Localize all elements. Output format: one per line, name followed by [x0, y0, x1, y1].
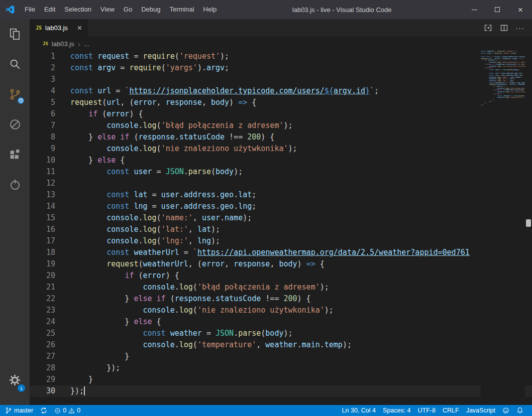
line-number: 10	[30, 155, 55, 166]
menu-help[interactable]: Help	[199, 0, 222, 19]
breadcrumb-symbol[interactable]: ...	[84, 40, 89, 48]
split-editor-icon[interactable]	[496, 19, 512, 37]
line-number: 4	[30, 85, 55, 97]
code-line-25[interactable]: 25 const weather = JSON.parse(body);	[30, 328, 532, 339]
notifications-bell-icon[interactable]	[513, 405, 527, 416]
code-line-10[interactable]: 10 } else {	[30, 155, 532, 166]
code-line-7[interactable]: 7 console.log('błąd połączenia z adresem…	[30, 120, 532, 131]
title-bar: FileEditSelectionViewGoDebugTerminalHelp…	[0, 0, 532, 19]
eol-indicator[interactable]: CRLF	[439, 405, 463, 416]
menu-view[interactable]: View	[96, 0, 119, 19]
line-number: 14	[30, 201, 55, 212]
source-control-icon[interactable]	[0, 79, 30, 109]
extensions-icon[interactable]	[0, 140, 30, 170]
tab-close-icon[interactable]: ×	[77, 24, 82, 32]
menu-file[interactable]: File	[20, 0, 40, 19]
menu-selection[interactable]: Selection	[60, 0, 95, 19]
code-line-22[interactable]: 22 } else if (response.statusCode !== 20…	[30, 293, 532, 305]
debug-disabled-icon[interactable]	[0, 109, 30, 140]
minimize-button[interactable]	[463, 0, 486, 19]
feedback-smiley-icon[interactable]	[499, 405, 513, 416]
code-line-9[interactable]: 9 console.log('nie znaleziono użytwkonik…	[30, 143, 532, 155]
line-number: 2	[30, 62, 55, 74]
indentation-indicator[interactable]: Spaces: 4	[379, 405, 414, 416]
extension-power-icon[interactable]	[0, 170, 30, 200]
breadcrumb-file[interactable]: lab03.js	[52, 40, 74, 48]
encoding-indicator[interactable]: UTF-8	[414, 405, 439, 416]
more-actions-icon[interactable]: ···	[512, 19, 528, 37]
minimap[interactable]: const request = require('request');const…	[481, 51, 525, 405]
code-line-4[interactable]: 4const url = `https://jsonplaceholder.ty…	[30, 85, 532, 97]
menu-go[interactable]: Go	[119, 0, 137, 19]
open-changes-icon[interactable]	[480, 19, 496, 37]
minimize-icon	[472, 10, 477, 10]
code-line-16[interactable]: 16 console.log('lat:', lat);	[30, 224, 532, 235]
code-line-8[interactable]: 8 } else if (response.statusCode !== 200…	[30, 131, 532, 143]
window-controls: ×	[463, 0, 532, 19]
line-number: 25	[30, 328, 55, 339]
code-line-24[interactable]: 24 } else {	[30, 316, 532, 328]
problems-indicator[interactable]: 0 0	[51, 405, 84, 416]
code-line-18[interactable]: 18 const weatherUrl = `https://api.openw…	[30, 247, 532, 258]
js-file-icon-small: JS	[43, 41, 48, 46]
line-number: 21	[30, 282, 55, 293]
explorer-files-icon[interactable]	[0, 19, 30, 49]
menu-debug[interactable]: Debug	[137, 0, 165, 19]
line-number: 6	[30, 108, 55, 120]
git-branch-indicator[interactable]: master	[5, 405, 37, 416]
settings-gear-icon[interactable]: 1	[0, 367, 30, 393]
code-line-30[interactable]: 30});	[30, 385, 532, 397]
status-bar: master 0 0 Ln 30, Col 4 Spaces: 4 UTF-8 …	[0, 405, 532, 416]
editor-actions: ···	[480, 19, 532, 37]
code-line-27[interactable]: 27 }	[30, 351, 532, 362]
code-line-29[interactable]: 29 }	[30, 374, 532, 385]
line-number: 29	[30, 374, 55, 385]
menu-terminal[interactable]: Terminal	[165, 0, 198, 19]
close-button[interactable]: ×	[509, 0, 532, 19]
line-number: 28	[30, 362, 55, 374]
line-number: 23	[30, 305, 55, 316]
code-line-15[interactable]: 15 console.log('name:', user.name);	[30, 212, 532, 224]
code-line-3[interactable]: 3	[30, 74, 532, 85]
window-title: lab03.js - live - Visual Studio Code	[221, 6, 463, 14]
error-count: 0	[63, 407, 66, 414]
language-mode[interactable]: JavaScript	[463, 405, 499, 416]
line-number: 26	[30, 339, 55, 351]
code-line-14[interactable]: 14 const lng = user.address.geo.lng;	[30, 201, 532, 212]
search-icon[interactable]	[0, 49, 30, 79]
vertical-scrollbar[interactable]	[525, 51, 532, 405]
code-line-17[interactable]: 17 console.log('lng:', lng);	[30, 235, 532, 247]
code-line-5[interactable]: 5request(url, (error, response, body) =>…	[30, 97, 532, 108]
tab-lab03[interactable]: JS lab03.js ×	[30, 19, 88, 37]
line-number: 11	[30, 166, 55, 178]
branch-name: master	[14, 407, 33, 414]
menu-edit[interactable]: Edit	[40, 0, 60, 19]
code-line-28[interactable]: 28 });	[30, 362, 532, 374]
code-editor[interactable]: 1const request = require('request');2con…	[30, 51, 532, 405]
code-line-21[interactable]: 21 console.log('błąd połączenia z adrese…	[30, 282, 532, 293]
code-line-11[interactable]: 11 const user = JSON.parse(body);	[30, 166, 532, 178]
code-line-6[interactable]: 6 if (error) {	[30, 108, 532, 120]
chevron-right-icon: ›	[78, 40, 80, 48]
menu-bar: FileEditSelectionViewGoDebugTerminalHelp	[20, 0, 221, 19]
code-line-20[interactable]: 20 if (error) {	[30, 270, 532, 282]
scrollbar-thumb[interactable]	[526, 219, 531, 227]
code-line-1[interactable]: 1const request = require('request');	[30, 51, 532, 62]
code-line-19[interactable]: 19 request(weatherUrl, (error, response,…	[30, 258, 532, 270]
cursor-position[interactable]: Ln 30, Col 4	[342, 405, 379, 416]
error-icon	[54, 407, 61, 414]
code-line-12[interactable]: 12	[30, 178, 532, 189]
close-icon: ×	[518, 6, 523, 14]
line-number: 18	[30, 247, 55, 258]
code-line-23[interactable]: 23 console.log('nie znaleziono użytwkoni…	[30, 305, 532, 316]
line-number: 27	[30, 351, 55, 362]
sync-button[interactable]	[37, 405, 51, 416]
editor-lines[interactable]: 1const request = require('request');2con…	[30, 51, 532, 397]
maximize-button[interactable]	[486, 0, 509, 19]
main-area: 1 JS lab03.js ×	[0, 19, 532, 405]
code-line-2[interactable]: 2const argv = require('yargs').argv;	[30, 62, 532, 74]
editor-group: JS lab03.js × ···	[30, 19, 532, 405]
code-line-13[interactable]: 13 const lat = user.address.geo.lat;	[30, 189, 532, 201]
code-line-26[interactable]: 26 console.log('temperature', weather.ma…	[30, 339, 532, 351]
status-bar-right: Ln 30, Col 4 Spaces: 4 UTF-8 CRLF JavaSc…	[342, 405, 527, 416]
